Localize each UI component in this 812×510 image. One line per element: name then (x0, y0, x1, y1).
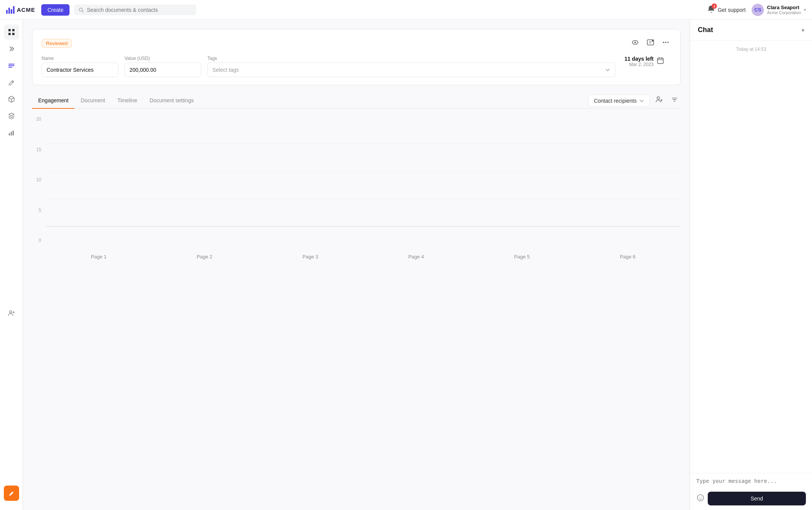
chart-svg (46, 116, 681, 254)
tags-field-group: Tags Select tags (207, 56, 615, 77)
sidebar-item-analytics[interactable] (4, 125, 19, 140)
chart-icon (8, 129, 15, 136)
tab-document-settings[interactable]: Document settings (144, 93, 200, 109)
search-input[interactable] (87, 7, 192, 13)
preview-button[interactable] (630, 37, 641, 50)
notification-badge: 1 (712, 3, 717, 9)
contact-recipients-button[interactable]: Contact recipients (588, 95, 650, 107)
search-icon (79, 7, 84, 13)
contact-recipients-label: Contact recipients (594, 98, 637, 104)
sidebar-item-documents[interactable] (4, 58, 19, 73)
engagement-chart: 0 5 10 15 20 (32, 116, 681, 275)
svg-point-27 (667, 42, 668, 43)
emoji-button[interactable] (696, 494, 705, 504)
svg-line-1 (82, 11, 83, 12)
logo-text: ACME (17, 6, 35, 13)
svg-line-9 (12, 81, 13, 82)
nav-right: 1 Get support CS Clara Seaport Acme Corp… (707, 4, 806, 16)
share-icon (647, 39, 654, 46)
tabs-row: Engagement Document Timeline Document se… (32, 93, 681, 109)
value-field-group: Value (USD) (125, 56, 201, 77)
emoji-icon (696, 494, 705, 502)
y-label-20: 20 (36, 116, 41, 122)
tags-label: Tags (207, 56, 615, 61)
svg-point-24 (652, 40, 653, 42)
y-label-10: 10 (36, 177, 41, 182)
avatar: CS (752, 4, 764, 16)
content-area: Reviewed (23, 20, 690, 510)
support-label: Get support (718, 7, 746, 13)
x-labels-row: Page 1 Page 2 Page 3 Page 4 Page 5 Page … (46, 254, 681, 260)
days-left-section: 11 days left Mar 2, 2023 (621, 56, 671, 67)
svg-rect-14 (11, 132, 12, 136)
y-label-0: 0 (39, 238, 41, 243)
x-label-page4: Page 4 (363, 254, 469, 260)
document-card-header: Reviewed (42, 37, 671, 50)
sidebar-item-layers[interactable] (4, 108, 19, 124)
logo: ACME (6, 6, 35, 14)
x-label-page3: Page 3 (257, 254, 363, 260)
main-layout: Reviewed (0, 20, 812, 510)
more-options-button[interactable] (660, 37, 671, 50)
document-actions (630, 37, 671, 50)
send-button[interactable]: Send (708, 492, 806, 505)
box-icon (8, 96, 15, 103)
dropdown-arrow-icon (605, 67, 610, 73)
name-label: Name (42, 56, 118, 61)
chat-panel: Chat ▾ Today at 14:53 Send (690, 20, 812, 510)
calendar-button[interactable] (657, 57, 664, 66)
x-label-page5: Page 5 (469, 254, 575, 260)
dashboard-icon (8, 29, 15, 36)
name-input[interactable] (42, 63, 118, 77)
layers-icon (8, 113, 15, 119)
recipients-chevron-icon (639, 98, 644, 103)
svg-rect-4 (8, 33, 11, 35)
document-card: Reviewed (32, 29, 681, 85)
tabs-actions: Contact recipients (588, 94, 681, 108)
y-label-5: 5 (39, 208, 41, 213)
y-label-15: 15 (36, 147, 41, 152)
chat-collapse-icon[interactable]: ▾ (802, 27, 804, 33)
tab-engagement[interactable]: Engagement (32, 93, 74, 109)
user-info[interactable]: CS Clara Seaport Acme Corporation ▾ (752, 4, 806, 16)
user-chevron-icon: ▾ (804, 8, 806, 12)
sidebar-item-contacts[interactable] (4, 305, 19, 321)
svg-line-12 (11, 98, 14, 99)
chat-input[interactable] (696, 478, 806, 487)
svg-point-46 (699, 497, 700, 497)
svg-point-20 (634, 42, 636, 43)
filter-icon (671, 96, 678, 103)
svg-point-47 (701, 497, 702, 497)
tab-timeline[interactable]: Timeline (111, 93, 143, 109)
tags-select[interactable]: Select tags (207, 63, 615, 77)
eye-icon (631, 39, 639, 46)
document-icon (8, 62, 15, 69)
user-settings-icon (655, 96, 663, 103)
svg-rect-5 (12, 33, 15, 35)
value-input[interactable] (125, 63, 201, 77)
svg-point-25 (663, 42, 664, 43)
chat-input-row: Send (696, 492, 806, 505)
filter-button[interactable] (668, 94, 681, 108)
ellipsis-icon (662, 39, 670, 46)
svg-point-26 (665, 42, 666, 43)
user-company: Acme Corporation (767, 10, 801, 15)
share-button[interactable] (645, 37, 656, 50)
sidebar-item-products[interactable] (4, 92, 19, 107)
support-button[interactable]: 1 Get support (707, 5, 746, 15)
svg-rect-3 (12, 29, 15, 31)
chat-timestamp: Today at 14:53 (698, 47, 804, 52)
days-left-info: 11 days left Mar 2, 2023 (624, 56, 653, 67)
x-label-page6: Page 6 (575, 254, 681, 260)
chat-title: Chat (698, 26, 713, 34)
sidebar-item-edit[interactable] (4, 75, 19, 90)
sidebar-item-dashboard[interactable] (4, 24, 19, 40)
quick-action-button[interactable] (4, 486, 19, 501)
svg-line-11 (9, 98, 11, 99)
manage-recipients-button[interactable] (653, 94, 665, 108)
sidebar-item-collapse[interactable] (4, 41, 19, 56)
create-button[interactable]: Create (41, 4, 70, 16)
tab-document[interactable]: Document (74, 93, 111, 109)
chevrons-icon (8, 45, 15, 52)
pen-icon (8, 490, 15, 496)
